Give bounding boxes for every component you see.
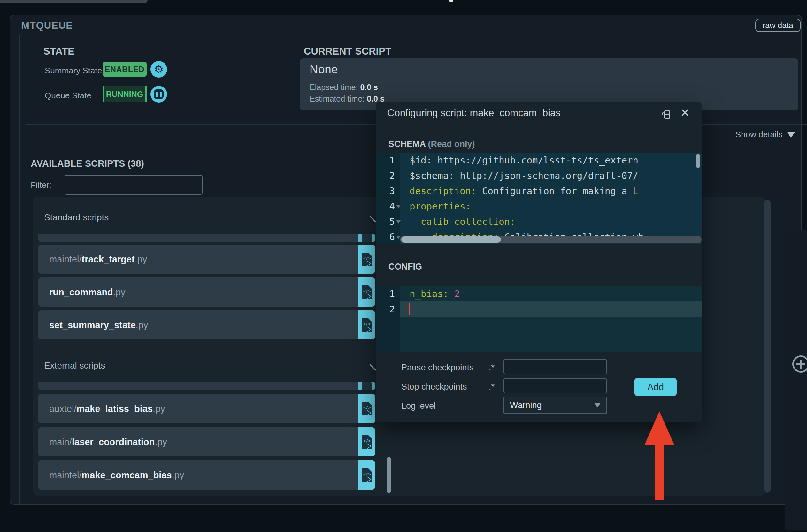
elapsed-time: Elapsed time: 0.0 s: [309, 83, 378, 92]
launch-script-icon[interactable]: </>: [358, 427, 375, 456]
circle-plus-icon[interactable]: [792, 356, 807, 373]
svg-text:</>: </>: [363, 256, 371, 261]
screen: MTQUEUE raw data STATE Summary State ENA…: [0, 0, 807, 532]
svg-text:</>: </>: [363, 322, 371, 326]
vertical-scrollbar-thumb[interactable]: [696, 154, 700, 168]
section-divider: [38, 345, 391, 346]
log-level-label: Log level: [401, 401, 436, 411]
script-row[interactable]: main/laser_coordination.py </>: [38, 427, 375, 456]
launch-script-icon[interactable]: </>: [358, 394, 375, 423]
standard-scripts-heading: Standard scripts: [44, 212, 109, 223]
pause-checkpoints-input[interactable]: [504, 359, 607, 374]
script-row-clipped[interactable]: maintel/track_target_and_take_image.py: [38, 234, 375, 242]
launch-script-icon[interactable]: [358, 382, 375, 390]
filter-input[interactable]: [64, 175, 203, 195]
right-gutter: [785, 230, 807, 530]
pause-checkpoints-label: Pause checkpoints: [401, 363, 474, 373]
pause-queue-button[interactable]: [150, 86, 167, 102]
summary-state-settings-button[interactable]: ⚙: [150, 61, 167, 78]
external-list-scrollbar-thumb[interactable]: [387, 457, 391, 493]
script-row[interactable]: run_command.py </>: [38, 278, 375, 307]
svg-text:</>: </>: [363, 289, 371, 293]
external-scripts-heading: External scripts: [44, 361, 105, 371]
text-cursor: [409, 303, 410, 316]
modal-title: Configuring script: make_comcam_bias: [387, 107, 561, 119]
script-row[interactable]: maintel/track_target.py </>: [38, 245, 375, 274]
config-code-editor[interactable]: 1n_bias: 2 2: [376, 286, 701, 352]
stop-checkpoints-pattern: .*: [489, 382, 494, 392]
log-level-select[interactable]: Warning: [504, 397, 607, 414]
gear-icon: ⚙: [154, 64, 164, 75]
select-caret-icon: [594, 403, 601, 407]
summary-state-badge: ENABLED: [102, 62, 147, 77]
triangle-down-icon: [787, 132, 795, 138]
add-button[interactable]: Add: [635, 378, 677, 396]
close-icon[interactable]: ✕: [678, 106, 692, 120]
configure-script-modal: Configuring script: make_comcam_bias ✕ S…: [376, 102, 701, 421]
launch-script-icon[interactable]: </>: [358, 310, 375, 339]
stop-checkpoints-input[interactable]: [504, 378, 607, 394]
fold-icon: [396, 205, 401, 208]
svg-text:</>: </>: [363, 405, 371, 410]
pause-checkpoints-pattern: .*: [489, 363, 494, 373]
restore-window-icon[interactable]: [659, 108, 673, 121]
config-heading: CONFIG: [389, 262, 422, 272]
stop-checkpoints-label: Stop checkpoints: [401, 382, 467, 392]
current-script-name: None: [309, 63, 338, 76]
horizontal-scrollbar-thumb[interactable]: [401, 236, 501, 243]
script-row[interactable]: auxtel/make_latiss_bias.py </>: [38, 394, 375, 423]
state-heading: STATE: [43, 46, 74, 57]
estimated-time: Estimated time: 0.0 s: [309, 94, 384, 103]
browser-tab-strip: [0, 0, 148, 3]
panel-title: MTQUEUE: [21, 20, 73, 31]
available-scripts-heading: AVAILABLE SCRIPTS (38): [31, 158, 144, 169]
script-row[interactable]: set_summary_state.py </>: [38, 310, 375, 339]
column-divider: [296, 37, 296, 124]
script-row-clipped[interactable]: auxtel/latiss_cwfs_align.py: [38, 382, 375, 390]
show-details-toggle[interactable]: Show details: [735, 130, 795, 139]
fold-icon: [396, 220, 401, 224]
launch-script-icon[interactable]: </>: [358, 278, 375, 307]
filter-label: Filter:: [31, 180, 52, 190]
script-row[interactable]: maintel/make_comcam_bias.py </>: [38, 460, 375, 490]
launch-script-icon[interactable]: </>: [358, 245, 375, 274]
scripts-container-scrollbar[interactable]: [764, 200, 771, 493]
schema-heading: SCHEMA (Read only): [389, 139, 475, 149]
launch-script-icon[interactable]: </>: [358, 460, 375, 490]
svg-text:</>: </>: [363, 472, 371, 476]
top-chrome-icon: [449, 0, 453, 2]
svg-text:</>: </>: [363, 438, 371, 443]
annotation-arrow-up: [645, 411, 674, 501]
summary-state-label: Summary State: [45, 66, 102, 76]
horizontal-scrollbar[interactable]: [400, 236, 701, 243]
schema-code-editor[interactable]: 1$id: https://github.com/lsst-ts/ts_exte…: [376, 153, 701, 244]
pause-icon: [154, 90, 164, 99]
raw-data-button[interactable]: raw data: [755, 19, 801, 32]
current-script-heading: CURRENT SCRIPT: [304, 46, 391, 57]
queue-state-badge: RUNNING: [102, 86, 147, 102]
launch-script-icon[interactable]: [358, 234, 375, 242]
queue-state-label: Queue State: [45, 91, 91, 100]
